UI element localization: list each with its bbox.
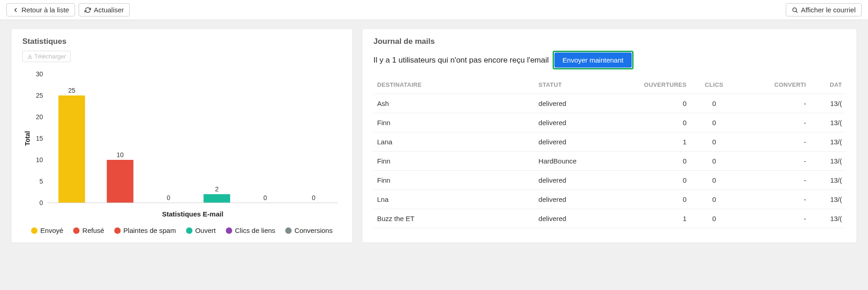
cell-opens: 0 [618, 152, 690, 171]
cell-date: 13/( [810, 152, 846, 171]
download-button[interactable]: Télécharger [22, 51, 71, 62]
mail-log-header: Il y a 1 utilisateurs qui n'ont pas enco… [373, 51, 846, 69]
legend-item[interactable]: Plaintes de spam [114, 227, 176, 234]
bar-0 [59, 95, 85, 203]
table-row[interactable]: Ashdelivered00-13/( [373, 94, 846, 113]
cell-date: 13/( [810, 113, 846, 132]
cell-status: HardBounce [535, 152, 618, 171]
refresh-button[interactable]: Actualiser [79, 3, 130, 16]
mail-log-table: DESTINATAIRE STATUT OUVERTURES CLICS CON… [373, 76, 846, 228]
cell-converted: - [738, 152, 810, 171]
col-converted[interactable]: CONVERTI [738, 76, 810, 94]
cell-recipient: Finn [373, 152, 535, 171]
legend-label: Conversions [294, 227, 332, 234]
svg-text:25: 25 [36, 92, 43, 99]
stats-title: Statistiques [22, 37, 341, 46]
legend-item[interactable]: Ouvert [186, 227, 216, 234]
cell-clicks: 0 [690, 190, 738, 209]
cell-opens: 0 [618, 190, 690, 209]
cell-clicks: 0 [690, 113, 738, 132]
cell-opens: 1 [618, 209, 690, 228]
col-clicks[interactable]: CLICS [690, 76, 738, 94]
cell-opens: 1 [618, 132, 690, 152]
svg-text:10: 10 [117, 151, 124, 158]
cell-opens: 0 [618, 94, 690, 113]
cell-opens: 0 [618, 113, 690, 132]
cell-recipient: Lana [373, 132, 535, 152]
chart-legend: EnvoyéRefuséPlaintes de spamOuvertClics … [22, 227, 341, 234]
svg-text:0: 0 [263, 194, 267, 201]
legend-item[interactable]: Clics de liens [226, 227, 275, 234]
svg-text:10: 10 [36, 156, 43, 163]
legend-dot-icon [114, 227, 121, 234]
legend-dot-icon [73, 227, 80, 234]
svg-text:Total: Total [24, 131, 31, 146]
legend-dot-icon [226, 227, 232, 234]
cell-clicks: 0 [690, 132, 738, 152]
cell-converted: - [738, 132, 810, 152]
cell-converted: - [738, 113, 810, 132]
col-recipient[interactable]: DESTINATAIRE [373, 76, 535, 94]
svg-text:25: 25 [68, 87, 75, 94]
table-row[interactable]: Lanadelivered10-13/( [373, 132, 846, 152]
cell-recipient: Ash [373, 94, 535, 113]
download-button-label: Télécharger [34, 53, 66, 60]
bar-1 [107, 160, 133, 203]
legend-label: Clics de liens [235, 227, 275, 234]
legend-item[interactable]: Envoyé [31, 227, 63, 234]
cell-date: 13/( [810, 209, 846, 228]
refresh-icon [85, 7, 91, 13]
view-email-button-label: Afficher le courriel [801, 6, 856, 14]
legend-label: Refusé [82, 227, 104, 234]
send-now-button-label: Envoyer maintenant [563, 56, 623, 64]
table-row[interactable]: Finndelivered00-13/( [373, 171, 846, 190]
cell-clicks: 0 [690, 94, 738, 113]
download-icon [27, 54, 32, 59]
bar-3 [203, 194, 230, 203]
col-status[interactable]: STATUT [535, 76, 618, 94]
legend-label: Plaintes de spam [123, 227, 176, 234]
chevron-left-icon [12, 7, 19, 13]
svg-text:0: 0 [39, 199, 43, 206]
cell-recipient: Lna [373, 190, 535, 209]
top-toolbar: Retour à la liste Actualiser Afficher le… [0, 0, 868, 20]
cell-converted: - [738, 94, 810, 113]
stats-card: Statistiques Télécharger 051015202530Tot… [11, 28, 353, 243]
cell-recipient: Buzz the ET [373, 209, 535, 228]
cell-status: delivered [535, 171, 618, 190]
pending-info: Il y a 1 utilisateurs qui n'ont pas enco… [373, 56, 549, 65]
svg-text:20: 20 [36, 113, 43, 121]
cell-recipient: Finn [373, 171, 535, 190]
legend-dot-icon [31, 227, 37, 234]
cell-converted: - [738, 190, 810, 209]
table-header-row: DESTINATAIRE STATUT OUVERTURES CLICS CON… [373, 76, 846, 94]
svg-text:0: 0 [167, 194, 170, 201]
chart-container: 051015202530Total25100200Statistiques E-… [22, 66, 341, 221]
cell-date: 13/( [810, 190, 846, 209]
cell-recipient: Finn [373, 113, 535, 132]
col-opens[interactable]: OUVERTURES [618, 76, 690, 94]
cell-clicks: 0 [690, 171, 738, 190]
legend-item[interactable]: Refusé [73, 227, 104, 234]
send-now-highlight: Envoyer maintenant [553, 51, 634, 69]
cell-status: delivered [535, 113, 618, 132]
col-date[interactable]: DAT [810, 76, 846, 94]
back-button[interactable]: Retour à la liste [6, 3, 75, 16]
main-content: Statistiques Télécharger 051015202530Tot… [0, 20, 868, 243]
svg-text:Statistiques E-mail: Statistiques E-mail [162, 210, 223, 218]
cell-status: delivered [535, 209, 618, 228]
cell-status: delivered [535, 94, 618, 113]
table-row[interactable]: Lnadelivered00-13/( [373, 190, 846, 209]
table-row[interactable]: Buzz the ETdelivered10-13/( [373, 209, 846, 228]
search-icon [792, 7, 798, 13]
bar-chart: 051015202530Total25100200Statistiques E-… [22, 66, 342, 221]
refresh-button-label: Actualiser [94, 6, 124, 14]
send-now-button[interactable]: Envoyer maintenant [554, 53, 632, 68]
legend-item[interactable]: Conversions [285, 227, 332, 234]
table-row[interactable]: FinnHardBounce00-13/( [373, 152, 846, 171]
cell-opens: 0 [618, 171, 690, 190]
legend-label: Envoyé [40, 227, 63, 234]
table-row[interactable]: Finndelivered00-13/( [373, 113, 846, 132]
view-email-button[interactable]: Afficher le courriel [786, 3, 862, 16]
cell-clicks: 0 [690, 209, 738, 228]
